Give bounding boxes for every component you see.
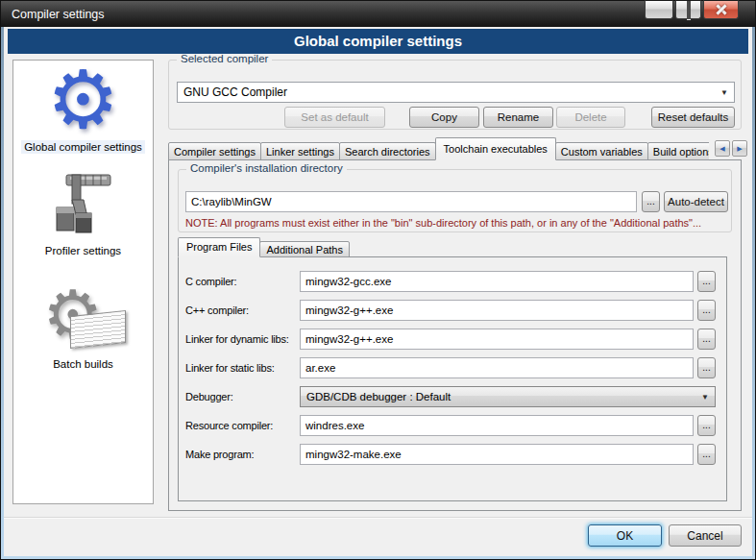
- tab-scroll-left-button[interactable]: ◀: [715, 140, 730, 157]
- selected-compiler-combobox[interactable]: GNU GCC Compiler ▼: [177, 82, 735, 103]
- install-dir-note: NOTE: All programs must exist either in …: [185, 217, 729, 229]
- ok-button[interactable]: OK: [588, 524, 662, 547]
- static-linker-input[interactable]: [300, 357, 694, 378]
- static-linker-label: Linker for static libs:: [185, 357, 275, 378]
- tab-program-files[interactable]: Program Files: [178, 237, 260, 257]
- cancel-button[interactable]: Cancel: [669, 524, 742, 547]
- title-bar[interactable]: Compiler settings: [1, 1, 755, 27]
- tab-additional-paths[interactable]: Additional Paths: [259, 241, 350, 257]
- gear-stack-icon: ⚙: [37, 282, 130, 353]
- program-files-tabstrip: Program Files Additional Paths: [178, 237, 349, 257]
- sidebar-item-global-compiler-settings[interactable]: ⚙ Global compiler settings: [13, 61, 153, 154]
- window-controls: [645, 0, 739, 19]
- tab-custom-variables[interactable]: Custom variables: [555, 142, 648, 160]
- tab-compiler-settings[interactable]: Compiler settings: [168, 142, 261, 160]
- make-program-label: Make program:: [185, 444, 254, 465]
- settings-category-sidebar: ⚙ Global compiler settings Profiler sett…: [12, 60, 154, 504]
- minimize-button[interactable]: [645, 0, 673, 19]
- window-title: Compiler settings: [12, 8, 105, 21]
- sidebar-item-label: Profiler settings: [42, 244, 124, 257]
- close-button[interactable]: [703, 0, 739, 19]
- reset-defaults-button[interactable]: Reset defaults: [651, 107, 735, 128]
- install-dir-browse-button[interactable]: ...: [642, 191, 660, 212]
- close-icon: [704, 1, 738, 18]
- selected-compiler-group: Selected compiler GNU GCC Compiler ▼ Set…: [168, 60, 742, 130]
- chevron-down-icon: ▼: [701, 393, 709, 402]
- set-as-default-button[interactable]: Set as default: [284, 107, 385, 128]
- window-frame-right: [752, 27, 755, 559]
- scroll-left-icon: ◀: [719, 145, 724, 153]
- maximize-icon: [687, 1, 691, 19]
- resource-compiler-label: Resource compiler:: [185, 415, 273, 436]
- maximize-button[interactable]: [675, 0, 701, 19]
- sidebar-item-label: Batch builds: [50, 357, 116, 371]
- copy-button[interactable]: Copy: [409, 107, 479, 128]
- group-label: Selected compiler: [177, 53, 272, 64]
- make-program-input[interactable]: [300, 444, 694, 465]
- debugger-select[interactable]: GDB/CDB debugger : Default ▼: [300, 386, 716, 407]
- cpp-compiler-label: C++ compiler:: [185, 300, 249, 321]
- tab-linker-settings[interactable]: Linker settings: [260, 142, 340, 160]
- resource-compiler-input[interactable]: [300, 415, 694, 436]
- selected-compiler-value: GNU GCC Compiler: [183, 85, 287, 99]
- c-compiler-input[interactable]: [300, 271, 694, 292]
- debugger-value: GDB/CDB debugger : Default: [306, 391, 451, 402]
- tab-scroll-right-button[interactable]: ▶: [732, 140, 747, 157]
- sidebar-item-batch-builds[interactable]: ⚙ Batch builds: [13, 257, 153, 371]
- auto-detect-button[interactable]: Auto-detect: [664, 191, 728, 212]
- sidebar-item-profiler-settings[interactable]: Profiler settings: [13, 154, 153, 257]
- tab-build-options[interactable]: Build options: [647, 142, 709, 160]
- delete-button[interactable]: Delete: [556, 107, 625, 128]
- window-frame-bottom: [1, 556, 755, 559]
- dynamic-linker-input[interactable]: [300, 329, 694, 350]
- tab-scroll-buttons: ◀ ▶: [715, 140, 747, 157]
- debugger-label: Debugger:: [185, 386, 233, 407]
- make-program-browse-button[interactable]: ...: [697, 444, 716, 465]
- cpp-compiler-browse-button[interactable]: ...: [697, 300, 716, 321]
- compiler-settings-dialog: Compiler settings Global compiler settin…: [0, 0, 756, 560]
- gear-blue-icon: ⚙: [47, 61, 119, 139]
- caliper-icon: [49, 171, 118, 238]
- static-linker-browse-button[interactable]: ...: [697, 357, 716, 378]
- tab-search-directories[interactable]: Search directories: [339, 142, 436, 160]
- group-label: Compiler's installation directory: [186, 162, 347, 174]
- install-dir-input[interactable]: [185, 191, 637, 212]
- c-compiler-browse-button[interactable]: ...: [697, 271, 716, 292]
- tab-toolchain-executables[interactable]: Toolchain executables: [435, 137, 556, 160]
- window-frame-left: [1, 27, 4, 559]
- chevron-down-icon: ▼: [720, 88, 728, 97]
- rename-button[interactable]: Rename: [483, 107, 553, 128]
- scroll-right-icon: ▶: [737, 145, 742, 153]
- page-title: Global compiler settings: [8, 29, 748, 54]
- resource-compiler-browse-button[interactable]: ...: [697, 415, 716, 436]
- dynamic-linker-browse-button[interactable]: ...: [697, 329, 716, 350]
- c-compiler-label: C compiler:: [185, 271, 236, 292]
- footer-divider: [4, 517, 752, 518]
- sidebar-item-label: Global compiler settings: [21, 140, 145, 154]
- cpp-compiler-input[interactable]: [300, 300, 694, 321]
- compiler-settings-tabstrip: Compiler settings Linker settings Search…: [168, 137, 709, 160]
- dynamic-linker-label: Linker for dynamic libs:: [185, 329, 289, 350]
